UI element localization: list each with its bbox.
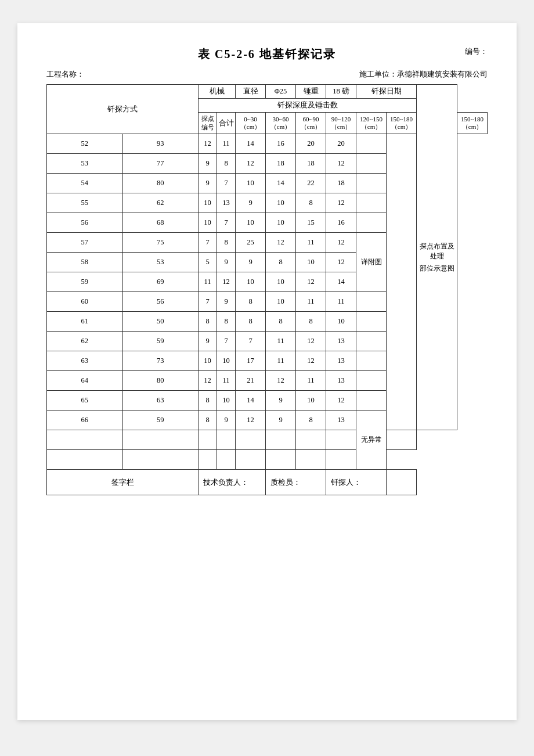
col0-header: 0~30（cm） bbox=[236, 113, 266, 134]
col3-header: 90~120（cm） bbox=[326, 113, 356, 134]
col6-header: 150~180（cm） bbox=[457, 113, 488, 134]
date-label: 钎探日期 bbox=[356, 85, 417, 99]
project-label: 工程名称： bbox=[46, 69, 84, 80]
tech-label: 技术负责人： bbox=[199, 470, 266, 495]
probe-label: 钎探人： bbox=[326, 470, 387, 495]
number-label: 编号： bbox=[465, 46, 488, 57]
row-v1: 11 bbox=[217, 134, 236, 154]
total-header: 合计 bbox=[217, 113, 236, 134]
footer-row: 签字栏 技术负责人： 质检员： 钎探人： bbox=[47, 470, 488, 495]
col5-header: 150~180（cm） bbox=[387, 113, 417, 134]
method-header: 钎探方式 bbox=[47, 85, 199, 134]
col1-header: 30~60（cm） bbox=[266, 113, 296, 134]
depth-header: 钎探深度及锤击数 bbox=[199, 99, 417, 113]
main-table: 钎探方式 机械 直径 Φ25 锤重 18 磅 钎探日期 探点布置及处理 部位示意… bbox=[46, 84, 488, 495]
row-v3: 16 bbox=[266, 134, 296, 154]
page: 表 C5-2-6 地基钎探记录 编号： 工程名称： 施工单位：承德祥顺建筑安装有… bbox=[17, 23, 517, 720]
col2-header: 60~90（cm） bbox=[296, 113, 326, 134]
empty-row bbox=[47, 430, 488, 450]
row-total: 93 bbox=[122, 134, 199, 154]
header-row-1: 钎探方式 机械 直径 Φ25 锤重 18 磅 钎探日期 探点布置及处理 部位示意… bbox=[47, 85, 488, 99]
row-id: 52 bbox=[47, 134, 123, 154]
sign-label: 签字栏 bbox=[47, 470, 199, 495]
row-v4: 20 bbox=[296, 134, 326, 154]
diameter-label: 直径 bbox=[236, 85, 266, 99]
point-num-header: 探点编号 bbox=[199, 113, 217, 134]
title-row: 表 C5-2-6 地基钎探记录 编号： bbox=[46, 46, 488, 62]
empty-row bbox=[47, 450, 488, 470]
row-extra bbox=[356, 134, 387, 154]
no-abnormal-note: 无异常 bbox=[356, 411, 387, 470]
location-label: 部位示意图 bbox=[418, 264, 456, 273]
detail-note: 详附图 bbox=[356, 233, 387, 292]
row-v0: 12 bbox=[199, 134, 217, 154]
point-label: 探点布置及处理 bbox=[418, 242, 456, 261]
construction-label: 施工单位：承德祥顺建筑安装有限公司 bbox=[359, 69, 488, 80]
hammer-label: 锤重 bbox=[296, 85, 326, 99]
location-diagram: 探点布置及处理 部位示意图 bbox=[417, 85, 457, 430]
info-row: 工程名称： 施工单位：承德祥顺建筑安装有限公司 bbox=[46, 69, 488, 80]
hammer-value: 18 磅 bbox=[326, 85, 356, 99]
page-title: 表 C5-2-6 地基钎探记录 bbox=[198, 46, 336, 62]
col4-header: 120~150（cm） bbox=[356, 113, 387, 134]
diameter-value: Φ25 bbox=[266, 85, 296, 99]
row-v5: 20 bbox=[326, 134, 356, 154]
quality-label: 质检员： bbox=[266, 470, 326, 495]
row-v2: 14 bbox=[236, 134, 266, 154]
mechanical-header: 机械 bbox=[199, 85, 236, 99]
